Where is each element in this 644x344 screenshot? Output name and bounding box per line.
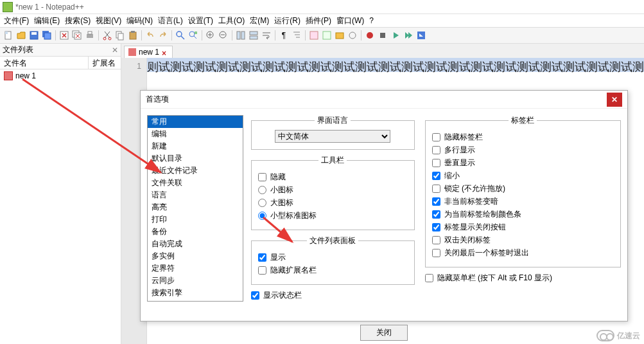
find-icon[interactable] <box>175 30 186 41</box>
menu-bar: 文件(F) 编辑(E) 搜索(S) 视图(V) 编码(N) 语言(L) 设置(T… <box>0 14 644 27</box>
watermark: 亿速云 <box>596 330 640 341</box>
dialog-close-btn[interactable]: 关闭 <box>360 325 408 341</box>
tab-dim-check[interactable] <box>432 197 440 206</box>
cat-general[interactable]: 常用 <box>148 116 243 128</box>
cat-autocomplete[interactable]: 自动完成 <box>148 238 243 250</box>
menu-plugins[interactable]: 插件(P) <box>303 14 334 28</box>
filelist-hideext-check[interactable] <box>258 266 266 275</box>
category-list[interactable]: 常用 编辑 新建 默认目录 最近文件记录 文件关联 语言 高亮 打印 备份 自动… <box>147 115 243 302</box>
cat-new[interactable]: 新建 <box>148 140 243 152</box>
menu-encoding[interactable]: 编码(N) <box>124 14 155 28</box>
zoom-out-icon[interactable] <box>218 30 229 41</box>
toolbar-group: 工具栏 隐藏 小图标 大图标 小型标准图标 <box>251 155 415 230</box>
cat-default-dir[interactable]: 默认目录 <box>148 152 243 165</box>
file-list-item-label: new 1 <box>15 71 36 80</box>
play-icon[interactable] <box>390 30 401 41</box>
indent-guide-icon[interactable] <box>291 30 302 41</box>
hide-menu-check[interactable] <box>425 274 433 282</box>
cat-highlight[interactable]: 高亮 <box>148 201 243 213</box>
cat-lang[interactable]: 语言 <box>148 189 243 201</box>
show-status-check[interactable] <box>251 291 259 300</box>
svg-rect-5 <box>44 33 51 39</box>
svg-rect-16 <box>131 31 135 33</box>
file-list-item[interactable]: new 1 <box>0 69 121 82</box>
cat-backup[interactable]: 备份 <box>148 226 243 238</box>
open-file-icon[interactable] <box>15 30 27 41</box>
func-list-icon[interactable] <box>308 30 320 41</box>
menu-tools[interactable]: 工具(O) <box>216 14 247 28</box>
cat-search-engine[interactable]: 搜索引擎 <box>148 287 243 299</box>
record-icon[interactable] <box>364 30 376 41</box>
sync-h-icon[interactable] <box>248 30 259 41</box>
filelist-show-check[interactable] <box>258 253 266 262</box>
menu-edit[interactable]: 编辑(E) <box>31 14 62 28</box>
cat-delimiter[interactable]: 定界符 <box>148 262 243 275</box>
lang-legend: 界面语言 <box>315 115 351 126</box>
menu-language[interactable]: 语言(L) <box>155 14 186 28</box>
menu-window[interactable]: 窗口(W) <box>334 14 367 28</box>
tab-close-icon[interactable]: × <box>162 49 168 55</box>
tab-lock-check[interactable] <box>432 185 440 193</box>
doc-map-icon[interactable] <box>321 30 333 41</box>
col-ext[interactable]: 扩展名 <box>89 57 121 69</box>
menu-view[interactable]: 视图(V) <box>93 14 124 28</box>
dialog-close-button[interactable]: ✕ <box>607 93 622 107</box>
replace-icon[interactable] <box>187 30 199 41</box>
close-icon[interactable] <box>58 30 70 41</box>
save-macro-icon[interactable] <box>415 30 427 41</box>
wrap-icon[interactable] <box>261 30 272 41</box>
show-all-chars-icon[interactable]: ¶ <box>278 30 290 41</box>
undo-icon[interactable] <box>144 30 156 41</box>
paste-icon[interactable] <box>127 30 139 41</box>
menu-help[interactable]: ? <box>367 15 376 26</box>
menu-search[interactable]: 搜索(S) <box>62 14 93 28</box>
menu-macro[interactable]: 宏(M) <box>247 14 272 28</box>
filelist-legend: 文件列表面板 <box>307 235 358 246</box>
cat-edit[interactable]: 编辑 <box>148 128 243 140</box>
menu-run[interactable]: 运行(R) <box>272 14 303 28</box>
tab-colorbar-check[interactable] <box>432 210 440 219</box>
save-icon[interactable] <box>28 30 40 41</box>
tab-vert-check[interactable] <box>432 159 440 167</box>
tab-shrink-check[interactable] <box>432 172 440 180</box>
zoom-in-icon[interactable] <box>205 30 216 41</box>
folder-icon[interactable] <box>334 30 345 41</box>
cat-file-assoc[interactable]: 文件关联 <box>148 177 243 189</box>
toolbar-large-radio[interactable] <box>258 199 266 207</box>
tab-new1[interactable]: new 1 × <box>124 46 173 58</box>
cat-recent[interactable]: 最近文件记录 <box>148 165 243 177</box>
menu-file[interactable]: 文件(F) <box>1 14 31 28</box>
lang-select[interactable]: 中文简体 <box>275 130 390 143</box>
preferences-dialog: 首选项 ✕ 常用 编辑 新建 默认目录 最近文件记录 文件关联 语言 高亮 打印… <box>140 90 628 321</box>
cut-icon[interactable] <box>101 30 113 41</box>
panel-close-icon[interactable]: ✕ <box>112 46 118 55</box>
save-all-icon[interactable] <box>41 30 53 41</box>
tab-dblclose-check[interactable] <box>432 236 440 244</box>
tabbar-group: 标签栏 隐藏标签栏 多行显示 垂直显示 缩小 锁定 (不允许拖放) 非当前标签变… <box>425 115 621 267</box>
cat-cloud[interactable]: 云同步 <box>148 275 243 287</box>
cat-misc[interactable]: 其他 <box>148 299 243 302</box>
toolbar-hide-check[interactable] <box>258 173 266 181</box>
menu-settings[interactable]: 设置(T) <box>186 14 216 28</box>
tab-multi-check[interactable] <box>432 146 440 154</box>
monitor-icon[interactable] <box>347 30 358 41</box>
print-icon[interactable] <box>84 30 96 41</box>
toolbar-small-radio[interactable] <box>258 186 266 194</box>
toolbar-std-radio[interactable] <box>258 212 266 220</box>
svg-rect-22 <box>237 32 240 39</box>
tab-exitlast-check[interactable] <box>432 249 440 257</box>
cat-print[interactable]: 打印 <box>148 213 243 226</box>
sync-v-icon[interactable] <box>235 30 247 41</box>
stop-icon[interactable] <box>377 30 388 41</box>
svg-rect-10 <box>88 32 92 34</box>
col-filename[interactable]: 文件名 <box>0 57 89 69</box>
new-file-icon[interactable] <box>3 30 14 41</box>
close-all-icon[interactable] <box>71 30 83 41</box>
cat-multi-inst[interactable]: 多实例 <box>148 250 243 262</box>
play-multi-icon[interactable] <box>403 30 414 41</box>
redo-icon[interactable] <box>157 30 169 41</box>
tab-showclose-check[interactable] <box>432 223 440 231</box>
tab-hide-check[interactable] <box>432 133 440 141</box>
filelist-group: 文件列表面板 显示 隐藏扩展名栏 <box>251 235 415 285</box>
copy-icon[interactable] <box>114 30 126 41</box>
